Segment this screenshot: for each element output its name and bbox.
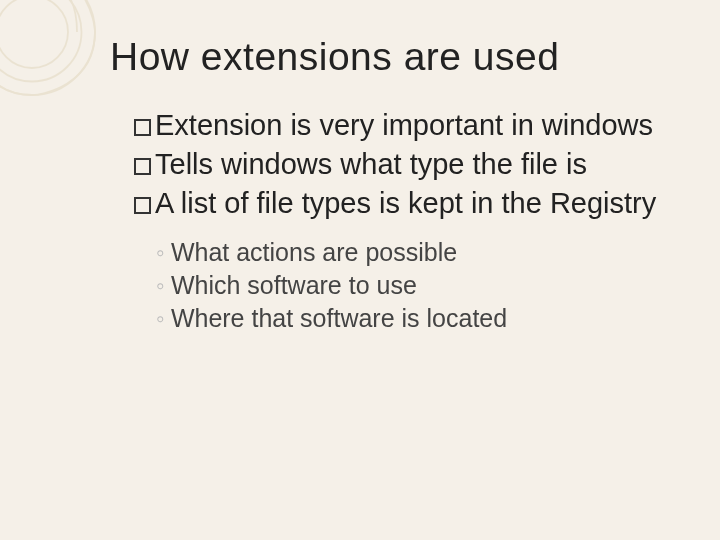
square-bullet-icon <box>134 158 151 175</box>
bullet-item: Tells windows what type the file is <box>134 146 680 183</box>
square-bullet-icon <box>134 197 151 214</box>
slide-content: How extensions are used Extension is ver… <box>0 0 720 540</box>
bullet-item: A list of file types is kept in the Regi… <box>134 185 680 222</box>
sub-bullet-text: Which software to use <box>171 271 417 299</box>
sub-bullet-text: What actions are possible <box>171 238 457 266</box>
square-bullet-icon <box>134 119 151 136</box>
ring-bullet-icon: ◦ <box>156 304 165 332</box>
sub-bullet-item: ◦Where that software is located <box>156 302 680 335</box>
slide-title: How extensions are used <box>110 35 680 79</box>
bullet-text: Tells windows what type the file is <box>155 148 587 180</box>
secondary-bullets: ◦What actions are possible ◦Which softwa… <box>156 236 680 335</box>
sub-bullet-item: ◦Which software to use <box>156 269 680 302</box>
sub-bullet-text: Where that software is located <box>171 304 507 332</box>
bullet-text: A list of file types is kept in the Regi… <box>155 187 656 219</box>
bullet-item: Extension is very important in windows <box>134 107 680 144</box>
ring-bullet-icon: ◦ <box>156 271 165 299</box>
bullet-text: Extension is very important in windows <box>155 109 653 141</box>
sub-bullet-item: ◦What actions are possible <box>156 236 680 269</box>
primary-bullets: Extension is very important in windows T… <box>134 107 680 335</box>
ring-bullet-icon: ◦ <box>156 238 165 266</box>
